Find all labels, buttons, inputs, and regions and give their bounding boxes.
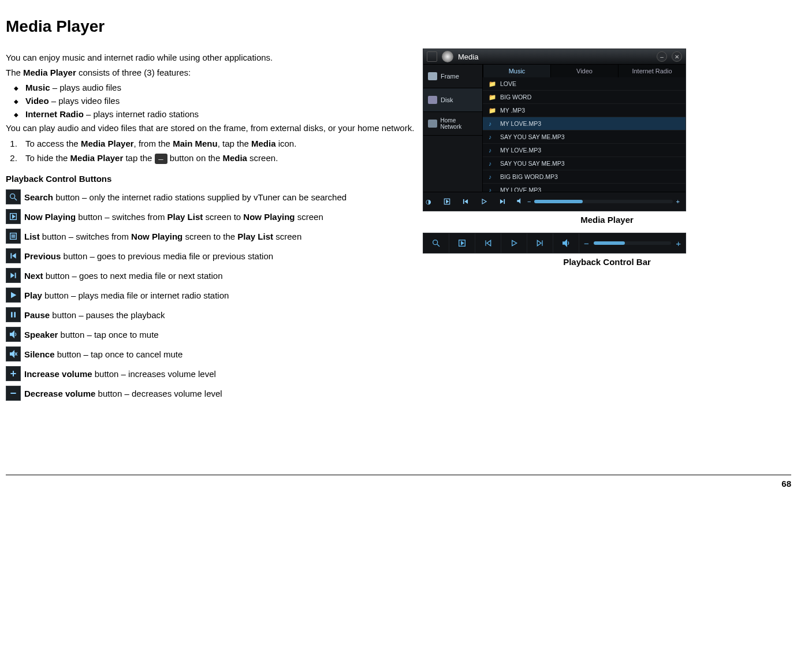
svg-marker-3	[13, 215, 15, 218]
media-player-window: Media – ✕ Frame Disk Home Network Music …	[423, 49, 686, 211]
pb-next-button[interactable]	[527, 233, 553, 253]
file-name: BIG WORD	[500, 94, 531, 100]
svg-marker-12	[11, 292, 16, 299]
pb-now-playing-button[interactable]	[449, 233, 475, 253]
next-button[interactable]	[494, 194, 511, 209]
pb-previous-button[interactable]	[475, 233, 501, 253]
playback-bar-caption: Playback Control Bar	[423, 257, 791, 267]
file-name: MY LOVE.MP3	[500, 120, 541, 127]
pb-play-button[interactable]	[501, 233, 527, 253]
svg-marker-10	[10, 273, 14, 278]
svg-marker-26	[482, 199, 486, 204]
file-row[interactable]: 📁MY .MP3	[483, 104, 686, 117]
playback-control-bar: − +	[423, 233, 686, 253]
file-row[interactable]: ♪MY LOVE.MP3	[483, 184, 686, 192]
music-note-icon: ♪	[489, 173, 496, 180]
music-note-icon: ♪	[489, 187, 496, 192]
svg-marker-15	[10, 331, 14, 338]
play-button[interactable]	[475, 194, 493, 209]
app-icon	[427, 51, 437, 62]
pb-search-button[interactable]	[423, 233, 449, 253]
source-disk[interactable]: Disk	[423, 88, 482, 112]
next-icon	[6, 268, 21, 283]
steps-list: To access the Media Player, from the Mai…	[6, 139, 416, 164]
svg-rect-11	[15, 273, 16, 278]
svg-marker-36	[512, 240, 517, 245]
file-row[interactable]: ♪MY LOVE.MP3	[483, 144, 686, 157]
previous-button[interactable]	[457, 194, 474, 209]
player-control-bar: ◑ − +	[423, 192, 686, 211]
close-button[interactable]: ✕	[672, 51, 682, 62]
svg-rect-28	[504, 199, 505, 204]
music-note-icon: ♪	[489, 120, 496, 127]
playback-heading: Playback Control Buttons	[6, 173, 416, 185]
file-row[interactable]: ♪MY LOVE.MP3	[483, 117, 686, 131]
pause-icon	[6, 307, 21, 322]
source-frame[interactable]: Frame	[423, 65, 482, 88]
pb-speaker-button[interactable]	[553, 233, 579, 253]
list-icon	[6, 229, 21, 244]
now-playing-icon	[6, 209, 21, 224]
volume-up-icon	[6, 366, 21, 381]
svg-marker-35	[487, 240, 491, 245]
volume-down-icon	[6, 386, 21, 401]
source-home-network[interactable]: Home Network	[423, 112, 482, 136]
tab-bar: Music Video Internet Radio	[483, 65, 686, 77]
file-list: 📁LOVE📁BIG WORD📁MY .MP3♪MY LOVE.MP3♪SAY Y…	[483, 77, 686, 192]
window-title: Media	[458, 53, 478, 61]
svg-marker-16	[10, 351, 14, 357]
silence-icon	[6, 346, 21, 361]
file-row[interactable]: 📁BIG WORD	[483, 91, 686, 104]
svg-rect-13	[11, 312, 13, 317]
music-note-icon: ♪	[489, 160, 496, 167]
music-note-icon: ♪	[489, 133, 496, 140]
pb-volume-up-button[interactable]: +	[676, 238, 681, 248]
svg-marker-23	[446, 200, 449, 203]
page-title: Media Player	[6, 17, 791, 36]
file-name: MY LOVE.MP3	[500, 147, 541, 154]
music-note-icon: ♪	[489, 147, 496, 154]
file-name: MY LOVE.MP3	[500, 187, 541, 192]
previous-icon	[6, 248, 21, 263]
file-name: LOVE	[500, 80, 516, 87]
svg-line-1	[14, 198, 17, 200]
play-icon	[6, 288, 21, 303]
file-name: SAY YOU SAY ME.MP3	[500, 160, 565, 167]
svg-line-31	[437, 244, 439, 247]
file-row[interactable]: ♪BIG BIG WORD.MP3	[483, 170, 686, 184]
svg-marker-29	[517, 198, 520, 203]
pb-volume-slider[interactable]	[594, 241, 671, 245]
svg-point-30	[433, 240, 438, 245]
tab-internet-radio[interactable]: Internet Radio	[618, 65, 686, 77]
file-name: SAY YOU SAY ME.MP3	[500, 133, 565, 140]
volume-down-button[interactable]: −	[527, 198, 531, 205]
svg-rect-24	[463, 199, 464, 204]
svg-marker-39	[563, 240, 567, 247]
source-sidebar: Frame Disk Home Network	[423, 65, 483, 192]
now-playing-button[interactable]	[438, 194, 456, 209]
svg-marker-37	[537, 240, 541, 245]
file-row[interactable]: ♪SAY YOU SAY ME.MP3	[483, 131, 686, 144]
tab-music[interactable]: Music	[483, 65, 550, 77]
svg-marker-25	[464, 199, 468, 204]
tab-video[interactable]: Video	[550, 65, 618, 77]
svg-marker-9	[12, 253, 16, 258]
file-row[interactable]: 📁LOVE	[483, 77, 686, 91]
svg-rect-14	[14, 312, 16, 317]
file-row[interactable]: ♪SAY YOU SAY ME.MP3	[483, 157, 686, 170]
folder-icon: 📁	[489, 80, 496, 88]
disc-icon	[442, 51, 453, 62]
folder-icon: 📁	[489, 107, 496, 114]
speaker-button[interactable]	[516, 197, 524, 206]
folder-icon: 📁	[489, 94, 496, 101]
storage-note: You can play audio and video files that …	[6, 122, 416, 134]
minimize-icon: –	[155, 154, 167, 164]
dock-icon[interactable]: ◑	[426, 198, 437, 206]
page-number: 68	[781, 479, 791, 489]
speaker-icon	[6, 327, 21, 342]
minimize-button[interactable]: –	[657, 51, 667, 62]
volume-slider[interactable]	[534, 200, 672, 203]
file-name: BIG BIG WORD.MP3	[500, 173, 558, 180]
pb-volume-down-button[interactable]: −	[584, 238, 589, 248]
volume-up-button[interactable]: +	[676, 198, 680, 205]
